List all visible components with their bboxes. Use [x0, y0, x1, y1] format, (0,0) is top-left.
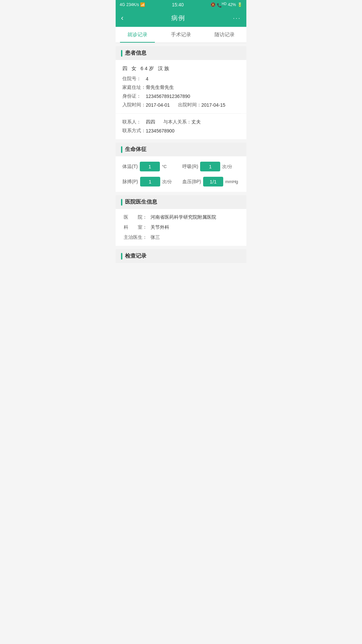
- id-label: 身份证：: [122, 93, 146, 99]
- tab-bar: 就诊记录 手术记录 随访记录: [116, 27, 246, 43]
- discharge-date-value: 2017-04-15: [201, 102, 226, 108]
- bloodpressure-label: 血压(BP): [182, 179, 201, 185]
- bloodpressure-unit: mmHg: [225, 179, 238, 184]
- vitals-grid: 体温(T) 1 °C 呼吸(R) 1 次/分 脉搏(P) 1 次/分 血压(BP…: [116, 156, 246, 192]
- doctor-label: 主治医生：: [124, 234, 150, 240]
- doctor-row: 主治医生： 张三: [124, 234, 238, 240]
- department-label: 科 室：: [124, 224, 150, 230]
- contact-phone-label: 联系方式：: [122, 128, 146, 134]
- temperature-value: 1: [140, 162, 160, 171]
- relation-value: 丈夫: [191, 119, 201, 125]
- respiration-label: 呼吸(R): [182, 164, 198, 170]
- more-button[interactable]: ···: [233, 15, 241, 22]
- status-left: 4G 234K/s 📶: [120, 2, 145, 7]
- page-title: 病例: [171, 14, 185, 22]
- call-icon: 📞HD: [217, 2, 227, 8]
- hospital-info-section-header: 医院医生信息: [116, 195, 246, 209]
- hospital-number-value: 4: [146, 76, 148, 82]
- patient-info-title: 患者信息: [125, 50, 146, 57]
- relation-label: 与本人关系：: [163, 119, 191, 125]
- battery-level: 42%: [228, 2, 236, 7]
- id-value: 12345678912367890: [146, 94, 190, 99]
- bloodpressure-value: 1/1: [203, 177, 223, 186]
- department-row: 科 室： 关节外科: [124, 224, 238, 230]
- check-record-title: 检查记录: [125, 253, 146, 260]
- id-row: 身份证： 12345678912367890: [122, 93, 240, 99]
- hospital-name-label: 医 院：: [124, 214, 150, 220]
- temperature-label: 体温(T): [122, 164, 138, 170]
- status-right: 🔕 📞HD 42% 🔋: [210, 2, 242, 8]
- temperature-item: 体温(T) 1 °C: [122, 162, 180, 171]
- signal-icon: 4G: [120, 2, 125, 7]
- vitals-title: 生命体征: [125, 146, 146, 153]
- alarm-icon: 🔕: [210, 2, 216, 7]
- vitals-section-header: 生命体征: [116, 143, 246, 156]
- department-value: 关节外科: [150, 224, 169, 230]
- contact-phone-value: 12345678900: [146, 128, 175, 133]
- tab-visit-record[interactable]: 就诊记录: [116, 27, 159, 43]
- hospital-info-title: 医院医生信息: [125, 199, 157, 206]
- pulse-item: 脉搏(P) 1 次/分: [122, 177, 180, 186]
- wifi-icon: 📶: [140, 2, 145, 7]
- contact-phone-row: 联系方式： 12345678900: [122, 128, 240, 134]
- back-button[interactable]: ‹: [121, 14, 123, 22]
- header: ‹ 病例 ···: [116, 9, 246, 27]
- address-value: 骨先生骨先生: [146, 85, 174, 91]
- contact-person-label: 联系人：: [122, 119, 146, 125]
- hospital-info-block: 医 院： 河南省医药科学研究院附属医院 科 室： 关节外科 主治医生： 张三: [116, 209, 246, 246]
- speed-indicator: 234K/s: [126, 2, 139, 7]
- patient-info-section-header: 患者信息: [116, 46, 246, 60]
- patient-basic-info: 四 女 64岁 汉族: [122, 65, 240, 72]
- check-record-section-header: 检查记录: [116, 249, 246, 263]
- pulse-unit: 次/分: [162, 179, 172, 185]
- hospital-name-value: 河南省医药科学研究院附属医院: [150, 214, 216, 220]
- admit-date-label: 入院时间：: [122, 102, 146, 108]
- contact-person-row: 联系人： 四四 与本人关系： 丈夫: [122, 119, 240, 125]
- pulse-label: 脉搏(P): [122, 179, 138, 185]
- pulse-value: 1: [140, 177, 160, 186]
- respiration-value: 1: [200, 162, 220, 171]
- contact-person-value: 四四: [146, 119, 155, 125]
- status-bar: 4G 234K/s 📶 15:40 🔕 📞HD 42% 🔋: [116, 0, 246, 9]
- battery-icon: 🔋: [237, 2, 242, 7]
- admit-date-value: 2017-04-01: [146, 102, 170, 108]
- hospital-number-label: 住院号：: [122, 76, 146, 82]
- patient-basic-block: 四 女 64岁 汉族 住院号： 4 家庭住址： 骨先生骨先生 身份证： 1234…: [116, 60, 246, 113]
- address-label: 家庭住址：: [122, 85, 146, 91]
- bloodpressure-item: 血压(BP) 1/1 mmHg: [182, 177, 240, 186]
- respiration-item: 呼吸(R) 1 次/分: [182, 162, 240, 171]
- hospital-name-row: 医 院： 河南省医药科学研究院附属医院: [124, 214, 238, 220]
- doctor-value: 张三: [150, 234, 160, 240]
- vitals-section-bar-icon: [121, 146, 122, 153]
- hospital-number-row: 住院号： 4: [122, 76, 240, 82]
- hospital-info-bar-icon: [121, 199, 122, 206]
- respiration-unit: 次/分: [222, 164, 232, 170]
- tab-followup-record[interactable]: 随访记录: [203, 27, 246, 43]
- status-time: 15:40: [172, 2, 184, 7]
- contact-block: 联系人： 四四 与本人关系： 丈夫 联系方式： 12345678900: [116, 114, 246, 139]
- section-bar-icon: [121, 50, 122, 57]
- address-row: 家庭住址： 骨先生骨先生: [122, 85, 240, 91]
- temperature-unit: °C: [162, 164, 167, 169]
- admit-date-row: 入院时间： 2017-04-01 出院时间： 2017-04-15: [122, 102, 240, 108]
- tab-surgery-record[interactable]: 手术记录: [159, 27, 203, 43]
- check-record-bar-icon: [121, 253, 122, 260]
- discharge-date-label: 出院时间：: [178, 102, 201, 108]
